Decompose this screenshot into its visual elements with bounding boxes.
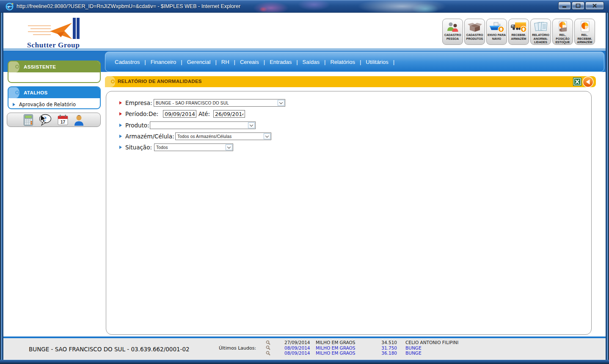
form-row-periodo: Período: De: Até: xyxy=(106,110,591,118)
ie-logo-icon: e xyxy=(6,3,14,11)
assistente-title: ASSISTENTE xyxy=(24,64,56,69)
chevron-down-icon[interactable] xyxy=(264,133,270,139)
menu-item[interactable]: Relatórios | xyxy=(330,59,366,65)
menu-item-label: Financeiro xyxy=(151,59,176,65)
form-row-armazem: Armazém/Célula: Todos os Armazéns/Célula… xyxy=(106,132,591,140)
chevron-down-icon[interactable] xyxy=(278,100,284,106)
menu-separator: | xyxy=(360,59,361,65)
laudo-row[interactable]: 27/09/2014 MILHO EM GRAOS 34.510 CELIO A… xyxy=(266,340,458,345)
sidebar-item-aprovacao-relatorio[interactable]: Aprovação de Relatório xyxy=(13,102,100,108)
toolbar-button-label: CADASTRO PESSOA xyxy=(444,33,461,41)
empresa-select[interactable]: BUNGE - SAO FRANCISCO DO SUL xyxy=(154,99,285,107)
menu-items: Cadastros | Financeiro | Gerencial | xyxy=(115,59,399,65)
menu-item[interactable]: Gerencial | xyxy=(187,59,221,65)
user-icon[interactable] xyxy=(74,114,84,126)
periodo-label: Período: xyxy=(125,110,149,117)
armazem-selected-value: Todos os Armazéns/Células xyxy=(177,134,231,139)
recebimento-armazem-button[interactable]: RECEBIM. ARMAZÉM xyxy=(508,19,529,45)
menu-item[interactable]: Cereais | xyxy=(240,59,270,65)
magnifier-icon[interactable] xyxy=(266,351,271,356)
laudo-value: 34.510 xyxy=(367,340,397,345)
laudo-date: 08/09/2014 xyxy=(284,345,314,350)
title-bar: e http://freeline02:8080/?USER_ID=RnJIZW… xyxy=(0,0,609,13)
laudo-name: CELIO ANTONIO FILIPINI xyxy=(405,340,458,345)
atalhos-title: ATALHOS xyxy=(24,90,48,95)
produto-label: Produto: xyxy=(125,122,149,129)
menu-item[interactable]: RH | xyxy=(221,59,240,65)
toolbar-button-label: RECEBIM. ARMAZÉM xyxy=(511,33,526,41)
chevron-down-icon[interactable] xyxy=(226,144,232,150)
toolbar-button-label: ENVIO PARA NAVIO xyxy=(488,33,506,41)
atalhos-panel: ATALHOS Aprovação de Relatório xyxy=(8,86,101,109)
empresa-label: Empresa: xyxy=(125,99,152,106)
armazem-select[interactable]: Todos os Armazéns/Células xyxy=(175,132,271,140)
periodo-ate-input[interactable] xyxy=(213,110,245,118)
window-title: http://freeline02:8080/?USER_ID=RnJIZWxp… xyxy=(17,3,240,9)
form-row-produto: Produto: xyxy=(106,121,591,129)
pie-box-icon xyxy=(556,20,570,33)
schutter-logo: Schutter Group xyxy=(25,17,89,51)
sidebar-icon-tray: ? 17 xyxy=(7,113,101,127)
svg-text:Schutter Group: Schutter Group xyxy=(27,41,80,49)
report-form-panel: Empresa: BUNGE - SAO FRANCISCO DO SUL Pe… xyxy=(106,91,592,335)
help-icon[interactable]: ? xyxy=(39,114,52,126)
laudo-date: 27/09/2014 xyxy=(284,340,314,345)
window-controls xyxy=(558,2,604,10)
window-frame-right xyxy=(606,13,609,360)
ring-icon xyxy=(15,91,19,94)
atalhos-header[interactable]: ATALHOS xyxy=(8,87,100,98)
menu-separator: | xyxy=(181,59,182,65)
chevron-down-icon[interactable] xyxy=(248,122,255,128)
calendar-icon[interactable]: 17 xyxy=(58,114,68,126)
menu-item[interactable]: Cadastros | xyxy=(115,59,151,65)
relatorio-anormalidades-button[interactable]: RELATÓRIO ANORMA- LIDADES xyxy=(530,19,551,45)
export-excel-button[interactable] xyxy=(573,77,581,88)
people-icon xyxy=(446,20,460,33)
laudo-row[interactable]: 08/09/2014 MILHO EM GRAOS 31.750 BUNGE xyxy=(266,345,458,351)
laudo-product: MILHO EM GRAOS xyxy=(316,350,367,356)
bullet-icon xyxy=(119,112,122,116)
menu-item-label: Relatórios xyxy=(330,59,355,65)
toolbar-button-label: RELATÓRIO ANORMA- LIDADES xyxy=(532,33,549,44)
cadastro-produtos-button[interactable]: CADASTRO PRODUTOS xyxy=(464,19,485,45)
menu-separator: | xyxy=(393,59,394,65)
documents-icon xyxy=(534,20,548,33)
minimize-button[interactable] xyxy=(558,2,571,10)
assistente-panel: ASSISTENTE xyxy=(8,61,101,83)
periodo-de-input[interactable] xyxy=(163,110,196,118)
maximize-button[interactable] xyxy=(572,2,584,10)
bullet-icon xyxy=(119,124,122,127)
company-identifier: BUNGE - SAO FRANCISCO DO SUL - 03.639.66… xyxy=(29,338,190,360)
back-button[interactable] xyxy=(582,76,594,89)
situacao-select[interactable]: Todos xyxy=(154,143,233,151)
produto-select[interactable] xyxy=(150,121,256,129)
arrow-right-icon xyxy=(13,103,15,106)
cadastro-pessoa-button[interactable]: CADASTRO PESSOA xyxy=(442,19,463,45)
ring-icon xyxy=(15,65,19,69)
menu-item[interactable]: Financeiro | xyxy=(151,59,187,65)
header-divider xyxy=(3,49,606,50)
laudo-name: BUNGE xyxy=(405,345,422,350)
assistente-header[interactable]: ASSISTENTE xyxy=(8,61,100,72)
laudo-row[interactable]: 08/09/2014 MILHO EM GRAOS 36.180 BUNGE xyxy=(266,350,458,356)
ring-icon xyxy=(111,80,115,83)
laudo-value: 31.750 xyxy=(367,345,397,350)
menu-item-label: Cadastros xyxy=(115,59,140,65)
menu-item-label: Utilitários xyxy=(366,59,388,65)
menu-item[interactable]: Entradas | xyxy=(270,59,302,65)
menu-item[interactable]: Saídas | xyxy=(303,59,331,65)
close-icon xyxy=(592,3,597,8)
close-button[interactable] xyxy=(585,2,604,10)
envio-para-navio-button[interactable]: ENVIO PARA NAVIO xyxy=(486,19,507,45)
menu-item[interactable]: Utilitários | xyxy=(366,59,399,65)
form-row-situacao: Situação: Todos xyxy=(106,143,591,151)
calculator-icon[interactable] xyxy=(24,114,33,126)
rel-posicao-estoque-button[interactable]: REL. POSIÇÃO ESTOQUE xyxy=(552,19,573,45)
app-header: Schutter Group CADASTRO PESSOA xyxy=(3,13,606,49)
toolbar-button-label: REL. POSIÇÃO ESTOQUE xyxy=(553,33,573,44)
magnifier-icon[interactable] xyxy=(266,340,271,345)
magnifier-icon[interactable] xyxy=(266,345,271,350)
rel-recebimento-armazem-button[interactable]: REL. RECEBIM. ARMAZÉM xyxy=(574,19,595,45)
ie-window: e http://freeline02:8080/?USER_ID=RnJIZW… xyxy=(0,0,609,364)
menu-separator: | xyxy=(296,59,298,65)
